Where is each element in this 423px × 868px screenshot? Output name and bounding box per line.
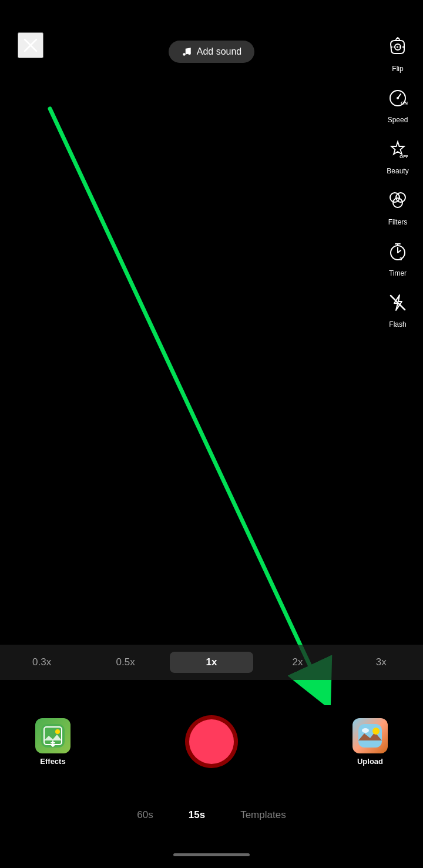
svg-point-12 [396,193,405,202]
speed-label: Speed [388,116,408,124]
zoom-option-2x[interactable]: 2x [256,652,339,673]
sidebar-item-speed[interactable]: ON Speed [383,83,412,124]
bottom-controls: Effects [0,715,423,768]
green-line-decoration [0,0,423,705]
sidebar-item-flip[interactable]: Flip [383,32,412,73]
effects-button[interactable]: Effects [35,718,70,766]
flash-label: Flash [389,320,406,329]
svg-point-8 [397,97,399,99]
effects-icon [35,718,70,753]
home-indicator [173,853,250,856]
svg-point-19 [55,729,60,734]
timer-icon: 3 [383,237,412,266]
right-sidebar: Flip ON Speed OFF Beauty [383,32,412,329]
timer-label: Timer [389,269,407,277]
svg-rect-20 [358,724,382,748]
add-sound-label: Add sound [197,46,242,57]
sidebar-item-filters[interactable]: Filters [383,186,412,226]
svg-text:OFF: OFF [400,154,408,159]
record-button[interactable] [185,715,238,768]
sidebar-item-timer[interactable]: 3 Timer [383,237,412,277]
tab-15s[interactable]: 15s [189,809,205,821]
flash-icon [383,288,412,317]
top-bar: Add sound [0,0,423,71]
zoom-option-3x[interactable]: 3x [340,652,423,673]
svg-point-21 [372,728,380,735]
svg-point-4 [183,53,186,56]
speed-icon: ON [383,83,412,113]
beauty-label: Beauty [387,167,408,175]
svg-point-22 [362,728,369,733]
svg-text:ON: ON [401,100,408,106]
zoom-bar: 0.3x 0.5x 1x 2x 3x [0,645,423,680]
svg-point-13 [393,198,402,207]
zoom-option-0.5x[interactable]: 0.5x [83,652,167,673]
svg-text:3: 3 [400,256,402,262]
close-button[interactable] [18,32,43,58]
sidebar-item-beauty[interactable]: OFF Beauty [383,135,412,175]
upload-icon [352,718,388,753]
add-sound-button[interactable]: Add sound [169,41,255,63]
record-inner [189,719,234,764]
flip-label: Flip [392,65,403,73]
bottom-tabs: 60s 15s Templates [0,809,423,821]
zoom-option-0.3x[interactable]: 0.3x [0,652,83,673]
upload-label: Upload [357,757,383,766]
zoom-option-1x[interactable]: 1x [170,652,253,673]
upload-button[interactable]: Upload [352,718,388,766]
filters-label: Filters [388,218,408,226]
effects-label: Effects [40,757,65,766]
beauty-icon: OFF [383,135,412,164]
svg-point-5 [188,52,191,55]
filters-icon [383,186,412,215]
tab-60s[interactable]: 60s [137,809,153,821]
tab-templates[interactable]: Templates [240,809,286,821]
svg-line-1 [50,109,320,688]
flip-icon [383,32,412,62]
sidebar-item-flash[interactable]: Flash [383,288,412,329]
